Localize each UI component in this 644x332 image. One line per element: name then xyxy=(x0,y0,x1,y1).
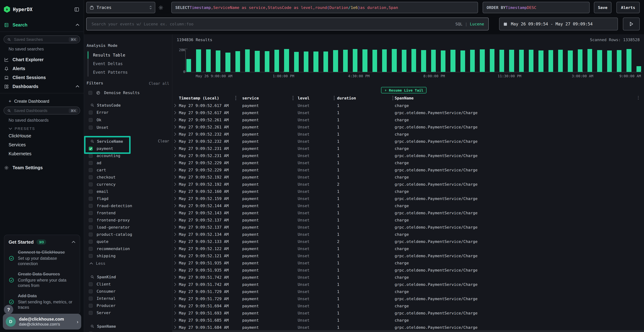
sidebar-item-chart-explorer[interactable]: Chart Explorer xyxy=(0,55,84,64)
table-row[interactable]: May 27 9:09:52.229 AMpaymentUnset1grpc.o… xyxy=(172,166,644,174)
create-dashboard-button[interactable]: + Create Dashboard xyxy=(0,96,84,105)
sidebar-item-clickhouse[interactable]: ClickHouse xyxy=(0,131,84,140)
alerts-button[interactable]: Alerts xyxy=(616,2,640,13)
filter-group-header[interactable]: SpanKind xyxy=(89,273,172,280)
table-row[interactable]: May 27 9:09:52.261 AMpaymentUnset1charge xyxy=(172,116,644,124)
table-row[interactable]: May 27 9:09:52.229 AMpaymentUnset1charge xyxy=(172,159,644,166)
histogram-bar[interactable] xyxy=(235,51,240,72)
histogram-bar[interactable] xyxy=(509,50,514,72)
sidebar-item-search[interactable]: Search xyxy=(0,20,84,29)
get-started-step[interactable]: Add DataStart sending logs, metrics, or … xyxy=(8,293,76,310)
clear-filter-button[interactable]: Clear xyxy=(158,139,169,143)
table-options-kebab-icon[interactable]: ⋮ xyxy=(636,95,640,100)
expand-row-icon[interactable] xyxy=(174,147,179,150)
filter-option-load-generator[interactable]: load-generator xyxy=(89,224,172,231)
expand-row-icon[interactable] xyxy=(174,132,179,136)
filter-option-cart[interactable]: cart xyxy=(89,166,172,174)
table-row[interactable]: May 27 9:09:51.684 AMpaymentUnset1grpc.o… xyxy=(172,324,644,330)
events-histogram[interactable]: 28K 0 May 26 9:00:00 AM1:00:00 PM4:30:00… xyxy=(177,49,642,78)
histogram-bar[interactable] xyxy=(353,49,358,72)
column-header-service[interactable]: service xyxy=(242,96,298,100)
histogram-bar[interactable] xyxy=(314,52,318,72)
expand-row-icon[interactable] xyxy=(174,211,179,215)
histogram-bar[interactable] xyxy=(558,50,563,72)
checkbox[interactable] xyxy=(89,118,93,122)
histogram-bar[interactable] xyxy=(431,50,436,72)
expand-row-icon[interactable] xyxy=(174,276,179,279)
filter-option-error[interactable]: Error xyxy=(89,109,172,116)
histogram-bar[interactable] xyxy=(578,49,583,72)
resume-live-tail-button[interactable]: Resume Live Tail xyxy=(381,87,427,94)
histogram-bar[interactable] xyxy=(324,52,328,72)
expand-row-icon[interactable] xyxy=(174,182,179,186)
filter-group-header[interactable]: StatusCode xyxy=(89,102,172,109)
histogram-bar[interactable] xyxy=(500,50,504,72)
histogram-bar[interactable] xyxy=(333,50,338,72)
column-resize-handle[interactable] xyxy=(236,96,236,100)
order-by-input[interactable]: ORDER BY Timestamp DESC xyxy=(483,2,590,13)
histogram-bar[interactable] xyxy=(392,49,396,72)
get-started-step[interactable]: Create Data SourcesConfigure where your … xyxy=(8,272,76,288)
table-row[interactable]: May 27 9:09:51.742 AMpaymentUnset1charge xyxy=(172,274,644,281)
filter-option-currency[interactable]: currency xyxy=(89,181,172,188)
histogram-bar[interactable] xyxy=(539,50,544,72)
get-started-step[interactable]: Connect to ClickHouseSet up your databas… xyxy=(8,250,76,267)
filter-option-email[interactable]: email xyxy=(89,188,172,195)
expand-row-icon[interactable] xyxy=(174,232,179,236)
sidebar-item-client-sessions[interactable]: Client Sessions xyxy=(0,73,84,82)
histogram-bar[interactable] xyxy=(265,51,270,72)
sql-select-input[interactable]: SELECT Timestamp, ServiceName as service… xyxy=(172,2,478,13)
column-resize-handle[interactable] xyxy=(293,96,294,100)
checkbox[interactable] xyxy=(89,247,93,250)
filter-option-frontend-proxy[interactable]: frontend-proxy xyxy=(89,216,172,224)
expand-row-icon[interactable] xyxy=(174,283,179,286)
checkbox[interactable] xyxy=(89,182,93,186)
saved-dashboards-search[interactable]: ⌘K xyxy=(4,106,80,114)
checkbox[interactable] xyxy=(89,282,93,286)
table-row[interactable]: May 27 9:09:52.261 AMpaymentUnset1grpc.o… xyxy=(172,124,644,130)
histogram-bar[interactable] xyxy=(343,50,348,72)
chevron-up-icon[interactable] xyxy=(76,24,80,26)
checkbox[interactable] xyxy=(89,126,93,130)
date-range-picker[interactable]: May 26 09:09:54 - May 27 09:09:54 xyxy=(499,18,618,30)
table-row[interactable]: May 27 9:09:52.143 AMpaymentUnset1grpc.o… xyxy=(172,209,644,216)
filter-option-fraud-detection[interactable]: fraud-detection xyxy=(89,202,172,209)
table-row[interactable]: May 27 9:09:52.232 AMpaymentUnset1grpc.o… xyxy=(172,138,644,145)
help-button[interactable]: ? xyxy=(4,305,13,314)
chevron-up-icon[interactable] xyxy=(72,241,76,244)
table-row[interactable]: May 27 9:09:52.144 AMpaymentUnset1charge xyxy=(172,202,644,209)
analysis-mode-tab-event-patterns[interactable]: Event Patterns xyxy=(88,68,172,76)
checkbox[interactable] xyxy=(89,168,93,172)
table-row[interactable]: May 27 9:09:51.935 AMpaymentUnset1charge xyxy=(172,260,644,266)
filter-option-flagd[interactable]: flagd xyxy=(89,195,172,202)
team-settings-button[interactable]: Team Settings xyxy=(0,158,84,170)
checkbox[interactable] xyxy=(89,296,93,300)
checkbox[interactable] xyxy=(89,225,93,229)
histogram-bar[interactable] xyxy=(284,49,289,72)
lang-toggle-sql[interactable]: SQL xyxy=(456,22,462,26)
expand-row-icon[interactable] xyxy=(174,268,179,272)
checkbox[interactable] xyxy=(89,232,93,236)
filter-option-frontend[interactable]: frontend xyxy=(89,209,172,216)
checkbox[interactable] xyxy=(89,161,93,165)
histogram-bar[interactable] xyxy=(568,50,573,72)
histogram-bar[interactable] xyxy=(402,50,406,72)
expand-row-icon[interactable] xyxy=(174,168,179,172)
expand-row-icon[interactable] xyxy=(174,240,179,243)
filter-option-payment[interactable]: payment xyxy=(89,145,172,152)
table-row[interactable]: May 27 9:09:52.137 AMpaymentUnset1grpc.o… xyxy=(172,224,644,231)
histogram-bar[interactable] xyxy=(470,50,475,72)
expand-row-icon[interactable] xyxy=(174,297,179,300)
expand-row-icon[interactable] xyxy=(174,254,179,258)
sidebar-item-services[interactable]: Services xyxy=(0,140,84,149)
filter-option-shipping[interactable]: shipping xyxy=(89,252,172,260)
table-row[interactable]: May 27 9:09:52.134 AMpaymentUnset1charge xyxy=(172,231,644,238)
expand-row-icon[interactable] xyxy=(174,226,179,229)
saved-searches-input[interactable] xyxy=(13,37,67,42)
filter-option--closure-[interactable]: {closure} xyxy=(89,330,172,332)
histogram-bar[interactable] xyxy=(617,50,622,72)
filter-option-client[interactable]: Client xyxy=(89,280,172,288)
histogram-bar[interactable] xyxy=(529,50,534,72)
expand-row-icon[interactable] xyxy=(174,140,179,143)
filter-option-producer[interactable]: Producer xyxy=(89,302,172,309)
